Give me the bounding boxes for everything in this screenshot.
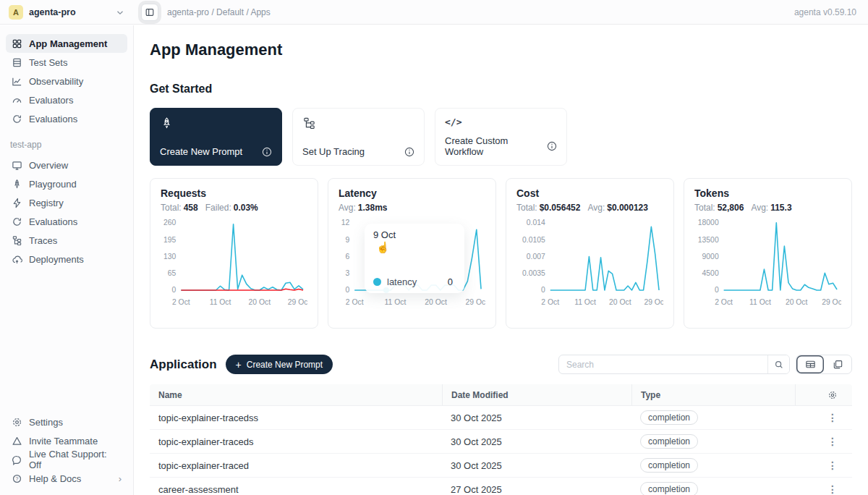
chart-title: Latency: [339, 187, 485, 199]
svg-text:?: ?: [16, 475, 19, 481]
card-view-button[interactable]: [824, 355, 851, 373]
table-row[interactable]: topic-explainer-traced 30 Oct 2025 compl…: [150, 454, 852, 478]
app-date-modified: 30 Oct 2025: [442, 412, 631, 423]
latency-chart-card: Latency Avg:1.38ms 0369122 Oct11 Oct20 O…: [328, 178, 496, 329]
card-label: Set Up Tracing: [302, 146, 365, 157]
tokens-chart[interactable]: 04500900013500180002 Oct11 Oct20 Oct29 O…: [694, 216, 841, 316]
row-menu-icon[interactable]: ⋮: [827, 460, 838, 471]
app-date-modified: 30 Oct 2025: [442, 436, 631, 447]
info-icon[interactable]: [404, 147, 414, 157]
sidebar-item-evaluations[interactable]: Evaluations: [6, 109, 127, 128]
requests-chart-card: Requests Total:458Failed:0.03% 065130195…: [150, 178, 318, 329]
column-header-type[interactable]: Type: [631, 384, 795, 405]
main-content: App Management Get Started Create New Pr…: [134, 25, 868, 495]
table-row[interactable]: topic-explainer-traceds 30 Oct 2025 comp…: [150, 430, 852, 454]
svg-text:0: 0: [541, 286, 545, 294]
chart-stats: Total:458Failed:0.03%: [161, 203, 307, 213]
sidebar-item-app-evaluations[interactable]: Evaluations: [6, 212, 127, 231]
requests-chart[interactable]: 0651301952602 Oct11 Oct20 Oct29 Oct: [161, 216, 307, 316]
workspace-avatar: A: [9, 5, 23, 20]
row-menu-icon[interactable]: ⋮: [827, 412, 838, 423]
sidebar-item-deployments[interactable]: Deployments: [6, 250, 127, 268]
workspace-name: agenta-pro: [29, 7, 76, 17]
grid-icon: [12, 38, 22, 49]
workspace-selector[interactable]: A agenta-pro: [0, 5, 134, 20]
svg-text:0.014: 0.014: [527, 219, 545, 227]
svg-text:0: 0: [715, 286, 719, 294]
svg-text:2 Oct: 2 Oct: [715, 298, 733, 306]
search-input[interactable]: [559, 360, 767, 370]
table-row[interactable]: career-assessment 27 Oct 2025 completion…: [150, 478, 852, 495]
svg-text:29 Oct: 29 Oct: [288, 298, 307, 306]
sidebar-item-evaluators[interactable]: Evaluators: [6, 90, 127, 109]
sidebar-collapse-button[interactable]: [141, 4, 158, 21]
type-badge: completion: [640, 410, 698, 425]
create-custom-workflow-card[interactable]: </> Create Custom Workflow: [435, 108, 567, 166]
sidebar-item-label: Evaluations: [29, 114, 77, 124]
table-view-button[interactable]: [796, 355, 824, 373]
table-row[interactable]: topic-explainer-tracedss 30 Oct 2025 com…: [150, 406, 852, 430]
info-icon[interactable]: [547, 141, 557, 151]
sidebar-item-playground[interactable]: Playground: [6, 174, 127, 193]
create-new-prompt-card[interactable]: Create New Prompt: [150, 108, 282, 166]
sidebar-item-settings[interactable]: Settings: [6, 412, 127, 431]
search-box: [558, 355, 790, 374]
sidebar: App Management Test Sets Observability E…: [0, 25, 134, 495]
panel-left-icon: [145, 7, 155, 17]
chart-stats: Avg:1.38ms: [339, 203, 485, 213]
row-menu-icon[interactable]: ⋮: [827, 436, 838, 447]
svg-text:20 Oct: 20 Oct: [425, 298, 447, 306]
set-up-tracing-card[interactable]: Set Up Tracing: [292, 108, 425, 166]
row-menu-icon[interactable]: ⋮: [827, 483, 838, 495]
svg-text:11 Oct: 11 Oct: [210, 298, 231, 306]
sidebar-item-app-management[interactable]: App Management: [6, 34, 127, 53]
info-icon[interactable]: [262, 147, 272, 157]
chart-title: Tokens: [694, 187, 841, 199]
create-button-label: Create New Prompt: [247, 360, 323, 370]
get-started-title: Get Started: [150, 82, 852, 96]
sidebar-item-label: Evaluators: [29, 95, 73, 106]
sidebar-item-invite-teammate[interactable]: Invite Teammate: [6, 431, 127, 450]
sidebar-item-label: Observability: [29, 76, 83, 87]
sidebar-item-traces[interactable]: Traces: [6, 231, 127, 250]
svg-text:260: 260: [163, 219, 176, 227]
svg-text:13500: 13500: [698, 236, 719, 244]
page-title: App Management: [150, 41, 852, 59]
sidebar-item-registry[interactable]: Registry: [6, 193, 127, 212]
column-header-date-modified[interactable]: Date Modified: [442, 384, 631, 405]
sidebar-item-observability[interactable]: Observability: [6, 72, 127, 90]
svg-text:2 Oct: 2 Oct: [346, 298, 364, 306]
rocket-icon: [160, 117, 272, 130]
cost-chart[interactable]: 00.00350.0070.01050.0142 Oct11 Oct20 Oct…: [516, 216, 663, 316]
svg-text:20 Oct: 20 Oct: [249, 298, 271, 306]
create-new-prompt-button[interactable]: + Create New Prompt: [226, 355, 333, 374]
svg-text:20 Oct: 20 Oct: [609, 298, 631, 306]
sidebar-item-label: Playground: [29, 179, 77, 190]
search-icon[interactable]: [767, 355, 789, 373]
svg-text:9: 9: [345, 236, 349, 244]
sidebar-item-test-sets[interactable]: Test Sets: [6, 53, 127, 72]
gear-icon[interactable]: [827, 390, 838, 400]
sidebar-item-live-chat[interactable]: Live Chat Support: Off: [6, 450, 127, 469]
column-header-actions: [795, 384, 852, 405]
svg-text:0: 0: [172, 286, 176, 294]
sidebar-item-overview[interactable]: Overview: [6, 156, 127, 174]
type-badge: completion: [640, 458, 698, 473]
type-badge: completion: [640, 434, 698, 449]
app-name: topic-explainer-traceds: [150, 436, 442, 447]
table-header: Name Date Modified Type: [150, 384, 852, 406]
app-date-modified: 30 Oct 2025: [442, 460, 631, 471]
tooltip-series-name: latency: [387, 276, 417, 287]
column-header-name[interactable]: Name: [150, 390, 442, 400]
svg-text:11 Oct: 11 Oct: [384, 298, 406, 306]
chevron-down-icon: [115, 7, 125, 17]
svg-text:65: 65: [168, 269, 176, 277]
sidebar-item-label: Overview: [29, 160, 68, 171]
chart-hover-tooltip: 9 Oct ☝ latency 0: [365, 224, 464, 293]
cost-chart-card: Cost Total:$0.056452Avg:$0.000123 00.003…: [506, 178, 674, 329]
sidebar-footer: Settings Invite Teammate Live Chat Suppo…: [6, 412, 127, 488]
chart-title: Requests: [161, 187, 307, 199]
chart-stats: Total:$0.056452Avg:$0.000123: [516, 203, 663, 213]
plus-icon: +: [236, 360, 242, 370]
sidebar-item-help-docs[interactable]: ? Help & Docs ›: [6, 469, 127, 488]
